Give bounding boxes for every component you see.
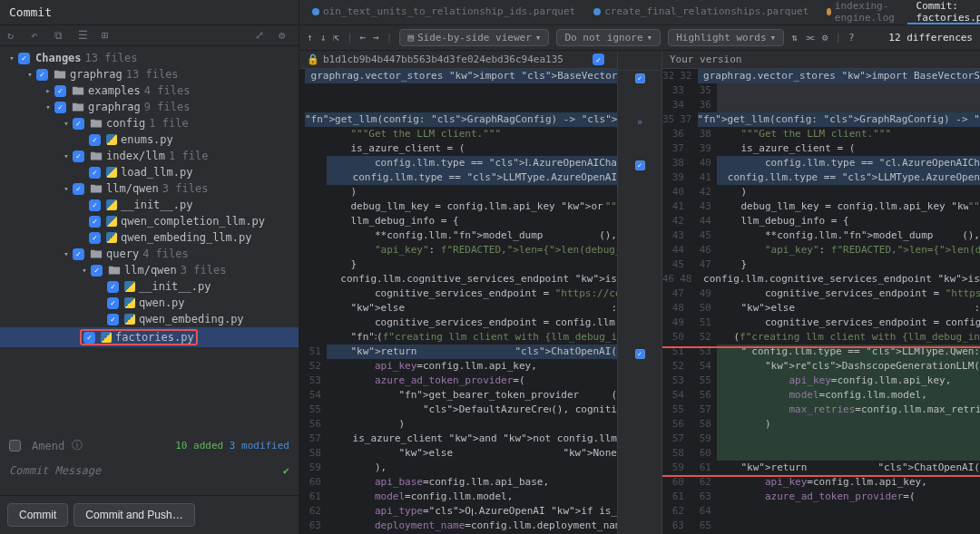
apply-arrow[interactable]: » (637, 117, 642, 127)
tab-log[interactable]: indexing-engine.log (818, 0, 906, 24)
editor-tabs: oin_text_units_to_relationship_ids.parqu… (299, 0, 980, 25)
layout-icon: ▤ (407, 32, 414, 44)
sidebar-title: Commit (0, 0, 299, 25)
file-loadllm[interactable]: load_llm.py (0, 164, 299, 180)
folder-indexllm[interactable]: ▾ index/llm1 file (0, 148, 299, 164)
nav-left-icon[interactable]: ← (360, 32, 367, 44)
settings-icon[interactable]: ⚙ (279, 29, 291, 42)
changes-tree: ▾ Changes 13 files ▾ graphrag13 files ▸ … (0, 46, 299, 432)
left-check[interactable] (593, 53, 604, 65)
diff-gutter: » (617, 51, 662, 534)
nav-right-icon[interactable]: → (373, 32, 379, 44)
lock-icon: 🔒 (307, 53, 319, 65)
commit-sidebar: Commit ↻ ↶ ⧉ ☰ ⊞ ⤢ ⚙ ▾ Changes 13 files … (0, 0, 299, 534)
check-icon: ✔ (283, 464, 289, 477)
changes-root[interactable]: ▾ Changes 13 files (0, 50, 299, 66)
commit-button[interactable]: Commit (7, 503, 68, 527)
diff-right-pane: Your version 3232"kw">from graphrag.vect… (662, 51, 980, 534)
gear-icon[interactable]: ⚙ (822, 32, 828, 44)
prev-diff-icon[interactable]: ↑ (307, 32, 313, 44)
folder-llmqwen[interactable]: ▾ llm/qwen3 files (0, 180, 299, 197)
diff-left-pane: 🔒b1d1cb9b4b447bb563b4d3fe024ebd36c94ea13… (299, 51, 617, 534)
sidebar-footer: Commit Commit and Push… (0, 495, 299, 534)
python-icon (106, 134, 117, 145)
accept-chunk[interactable] (635, 349, 645, 359)
file-qembed2[interactable]: qwen_embeding.py (0, 311, 299, 327)
file-qcomp[interactable]: qwen_completion_llm.py (0, 213, 299, 229)
commit-message-input[interactable]: Commit Message ✔ (0, 459, 299, 495)
amend-checkbox[interactable] (9, 440, 21, 451)
file-qembed[interactable]: qwen_embeding_llm.py (0, 229, 299, 246)
help-icon[interactable]: ? (848, 32, 855, 44)
refresh-icon[interactable]: ↻ (7, 29, 20, 42)
tab-commit[interactable]: Commit: factories.py (907, 0, 980, 24)
file-factories[interactable]: factories.py (0, 327, 299, 347)
accept-chunk[interactable] (635, 73, 645, 83)
folder-query[interactable]: ▾ query4 files (0, 246, 299, 262)
folder-icon (54, 68, 66, 81)
expand-icon[interactable]: ⤢ (255, 29, 268, 42)
next-diff-icon[interactable]: ↓ (320, 32, 327, 44)
file-enums[interactable]: enums.py (0, 131, 299, 148)
tab-parquet2[interactable]: create_final_relationships.parquet (584, 0, 818, 24)
diff-toolbar: ↑ ↓ ⇱ | ← → | ▤ Side-by-side viewer▾ Do … (299, 25, 980, 51)
shelf-icon[interactable]: ☰ (78, 29, 91, 42)
editor-main: oin_text_units_to_relationship_ids.parqu… (299, 0, 980, 534)
ignore-select[interactable]: Do not ignore▾ (556, 29, 661, 46)
file-qwen[interactable]: qwen.py (0, 295, 299, 311)
amend-row: Amend ⓘ 10 added 3 modified (0, 432, 299, 459)
folder-llmqwen2[interactable]: ▾ llm/qwen3 files (0, 262, 299, 278)
tab-parquet1[interactable]: oin_text_units_to_relationship_ids.parqu… (303, 0, 584, 24)
highlight-select[interactable]: Highlight words▾ (668, 29, 784, 46)
diff-icon[interactable]: ⧉ (54, 29, 67, 42)
revert-icon[interactable]: ↶ (31, 29, 44, 42)
folder-graphrag2[interactable]: ▾ graphrag9 files (0, 99, 299, 115)
collapse-icon[interactable]: ⇅ (791, 32, 798, 44)
sidebar-toolbar: ↻ ↶ ⧉ ☰ ⊞ ⤢ ⚙ (0, 25, 299, 46)
jump-icon[interactable]: ⇱ (333, 32, 339, 44)
file-init[interactable]: __init__.py (0, 197, 299, 213)
folder-graphrag[interactable]: ▾ graphrag13 files (0, 66, 299, 83)
info-icon[interactable]: ⓘ (72, 438, 83, 453)
diff-count: 12 differences (888, 32, 973, 44)
accept-chunk[interactable] (635, 160, 645, 170)
checkbox[interactable] (18, 53, 30, 64)
right-revision: Your version (670, 53, 741, 65)
folder-examples[interactable]: ▸ examples4 files (0, 83, 299, 99)
file-init2[interactable]: __init__.py (0, 278, 299, 295)
viewer-mode-select[interactable]: ▤ Side-by-side viewer▾ (399, 29, 549, 46)
folder-config[interactable]: ▾ config1 file (0, 115, 299, 131)
sync-icon[interactable]: ⫘ (805, 32, 815, 44)
commit-push-button[interactable]: Commit and Push… (74, 503, 194, 527)
left-revision: b1d1cb9b4b447bb563b4d3fe024ebd36c94ea135 (323, 53, 564, 65)
group-icon[interactable]: ⊞ (102, 29, 114, 42)
diff-view: 🔒b1d1cb9b4b447bb563b4d3fe024ebd36c94ea13… (299, 51, 980, 534)
